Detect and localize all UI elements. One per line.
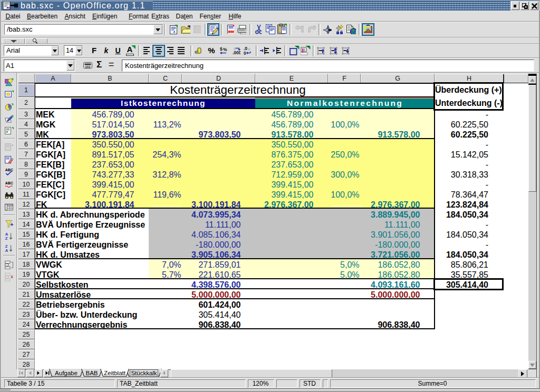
svg-text:A: A xyxy=(5,232,8,237)
svg-text:A: A xyxy=(5,248,8,253)
svg-text:0: 0 xyxy=(248,47,250,52)
svg-text:%: % xyxy=(223,47,227,52)
svg-text:0: 0 xyxy=(244,51,246,55)
svg-text:$: $ xyxy=(220,46,223,52)
svg-text:ABC: ABC xyxy=(5,181,13,184)
svg-text:.000: .000 xyxy=(233,50,240,55)
svg-text:Z: Z xyxy=(5,244,8,249)
svg-text:Z: Z xyxy=(5,236,8,241)
